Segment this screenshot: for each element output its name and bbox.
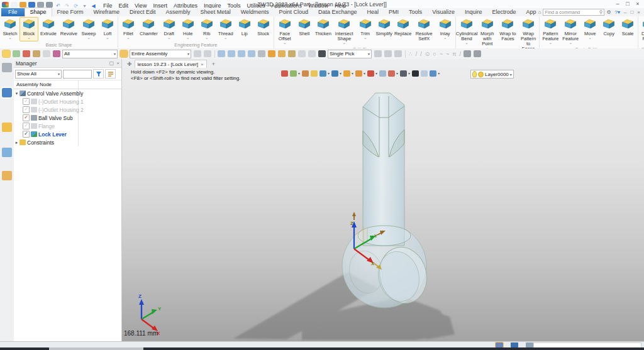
chevron-down-icon[interactable]: ⌄ bbox=[364, 36, 367, 40]
pick-entity-icon[interactable] bbox=[3, 50, 10, 57]
filter-point-icon[interactable]: ∴ bbox=[409, 51, 413, 57]
constrain-5-icon[interactable] bbox=[258, 50, 265, 57]
align-bottom-icon[interactable] bbox=[204, 50, 211, 57]
resolve-selfx-button[interactable]: Resolve SelfX bbox=[413, 17, 436, 46]
thread-button[interactable]: Thread⌄ bbox=[216, 17, 235, 41]
gear-icon[interactable]: ⚙ bbox=[606, 9, 611, 15]
chevron-down-icon[interactable]: ⌄ bbox=[167, 36, 170, 40]
sketch-button[interactable]: Sketch⌄ bbox=[1, 17, 19, 41]
checkbox[interactable]: ✓ bbox=[23, 98, 30, 105]
chevron-down-icon[interactable]: ⌄ bbox=[126, 36, 130, 40]
view-manager-icon[interactable] bbox=[2, 148, 12, 157]
doc-gray-icon[interactable] bbox=[308, 50, 316, 57]
chevron-down-icon[interactable]: ⌄ bbox=[205, 36, 208, 40]
filter-line-icon[interactable]: / bbox=[416, 51, 418, 57]
pick-combo[interactable]: Single Pick▾ bbox=[328, 50, 372, 58]
checkbox[interactable]: ✓ bbox=[23, 106, 30, 113]
minimize-icon[interactable]: – bbox=[613, 0, 623, 8]
checkbox[interactable]: ✓ bbox=[23, 114, 30, 121]
dock-icon[interactable]: ▢ bbox=[109, 60, 114, 66]
tab-heal[interactable]: Heal bbox=[362, 8, 384, 16]
chamfer-button[interactable]: Chamfer bbox=[138, 17, 160, 41]
loft-button[interactable]: Loft⌄ bbox=[98, 17, 117, 41]
menu-view[interactable]: View bbox=[135, 3, 147, 9]
pickbox-icon[interactable] bbox=[394, 50, 402, 57]
graphics-viewport[interactable]: Hold down <F2> for dynamic viewing. <F8>… bbox=[122, 68, 644, 341]
tab-electrode[interactable]: Electrode bbox=[487, 8, 521, 16]
scope-clock-icon[interactable] bbox=[120, 50, 128, 57]
filter-spline-icon[interactable]: ~ bbox=[446, 51, 449, 57]
menu-utilities[interactable]: Utilities bbox=[247, 3, 265, 9]
tab-free-form[interactable]: Free Form bbox=[52, 8, 89, 16]
block-button[interactable]: Block⌄ bbox=[19, 17, 38, 41]
help-icon[interactable]: ?▾ bbox=[615, 9, 620, 15]
filter-circle-icon[interactable]: ○ bbox=[433, 51, 436, 57]
filter-funnel-button[interactable] bbox=[93, 69, 104, 79]
chevron-down-icon[interactable]: ⌄ bbox=[87, 36, 90, 40]
thicken-button[interactable]: Thicken bbox=[314, 17, 333, 46]
manager-search-input[interactable] bbox=[63, 70, 92, 79]
rib-button[interactable]: Rib⌄ bbox=[197, 17, 216, 41]
part-3d-view[interactable]: Z Y X Z Y X bbox=[122, 68, 644, 341]
history-clock-icon[interactable] bbox=[298, 50, 306, 57]
app-logo-icon[interactable] bbox=[2, 2, 9, 8]
checkbox[interactable]: ✓ bbox=[23, 123, 30, 129]
tree-row[interactable]: ✓(-)Outlet Housing 2 bbox=[14, 106, 121, 114]
menu-tools[interactable]: Tools bbox=[227, 3, 240, 9]
face-offset-button[interactable]: Face Offset⌄ bbox=[275, 17, 295, 46]
wrap-pattern-to-faces-button[interactable]: Wrap Pattern to Faces bbox=[518, 17, 539, 53]
chevron-down-icon[interactable]: ⌄ bbox=[343, 41, 346, 45]
tab-sheet-metal[interactable]: Sheet Metal bbox=[196, 8, 236, 16]
doc-status-icon[interactable] bbox=[526, 342, 533, 347]
datum-plane-button[interactable]: Datum Plane⌄ bbox=[639, 17, 644, 46]
tree-folder-row[interactable]: ▸Constraints bbox=[14, 138, 121, 146]
menu-help[interactable]: Help bbox=[335, 3, 347, 9]
cursor-icon[interactable] bbox=[374, 50, 382, 57]
remove-icon[interactable] bbox=[23, 50, 30, 57]
close-doc-icon[interactable]: × bbox=[637, 9, 640, 15]
menu-window[interactable]: Window bbox=[308, 3, 328, 9]
edit-image-icon[interactable] bbox=[33, 50, 40, 57]
filter-curve-icon[interactable]: ~ bbox=[440, 51, 443, 57]
show-filter-combo[interactable]: Show All ▾ bbox=[15, 70, 62, 79]
filter-face-icon[interactable]: π bbox=[452, 51, 456, 57]
history-manager-icon[interactable] bbox=[2, 63, 12, 72]
morph-with-point-button[interactable]: Morph with Point⌄ bbox=[477, 17, 497, 53]
tree-row[interactable]: ✓Ball Valve Sub bbox=[14, 114, 121, 122]
replace-button[interactable]: Replace bbox=[394, 17, 413, 46]
fillet-button[interactable]: Fillet⌄ bbox=[119, 17, 138, 41]
constrain-2-icon[interactable] bbox=[228, 50, 235, 57]
visual-manager-icon[interactable] bbox=[2, 123, 12, 132]
chevron-down-icon[interactable]: ⌄ bbox=[589, 36, 592, 40]
list-options-button[interactable] bbox=[105, 69, 116, 79]
new-tab-button[interactable]: + bbox=[212, 61, 215, 67]
restore-doc-icon[interactable]: □ bbox=[630, 9, 633, 15]
filter-axis-icon[interactable]: / bbox=[460, 51, 462, 57]
menu-attributes[interactable]: Attributes bbox=[174, 3, 197, 9]
move-button[interactable]: Move⌄ bbox=[580, 17, 599, 46]
copy-button[interactable]: Copy bbox=[599, 17, 618, 46]
stock-button[interactable]: Stock bbox=[254, 17, 273, 41]
inlay-button[interactable]: Inlay⌄ bbox=[436, 17, 455, 46]
print-icon[interactable] bbox=[37, 2, 44, 8]
session-icon[interactable] bbox=[288, 50, 296, 57]
add-icon[interactable] bbox=[13, 50, 20, 57]
library-icon[interactable] bbox=[278, 50, 286, 57]
menu-file[interactable]: File bbox=[103, 3, 113, 9]
home-icon[interactable]: ⌂ bbox=[538, 9, 541, 15]
layer-combo[interactable]: Layer0000 ▾ bbox=[470, 70, 514, 79]
intersect-shape-button[interactable]: Intersect Shape⌄ bbox=[333, 17, 356, 46]
document-tab[interactable]: lesson 19.Z3 - [Lock Lever] × bbox=[135, 60, 207, 68]
lasso-icon[interactable] bbox=[384, 50, 392, 57]
part-table-icon[interactable] bbox=[496, 342, 503, 347]
folder-orange-icon[interactable] bbox=[268, 50, 275, 57]
tab-weldments[interactable]: Weldments bbox=[236, 8, 274, 16]
chevron-down-icon[interactable]: ⌄ bbox=[569, 41, 572, 45]
chevron-down-icon[interactable]: ⌄ bbox=[186, 36, 189, 40]
extrude-button[interactable]: Extrude bbox=[38, 17, 58, 41]
simplify-button[interactable]: Simplify bbox=[375, 17, 394, 46]
tab-assembly[interactable]: Assembly bbox=[161, 8, 196, 16]
display-monitor-icon[interactable] bbox=[511, 342, 518, 347]
dashed-circle-icon[interactable] bbox=[43, 50, 50, 57]
mirror-feature-button[interactable]: Mirror Feature⌄ bbox=[560, 17, 580, 46]
